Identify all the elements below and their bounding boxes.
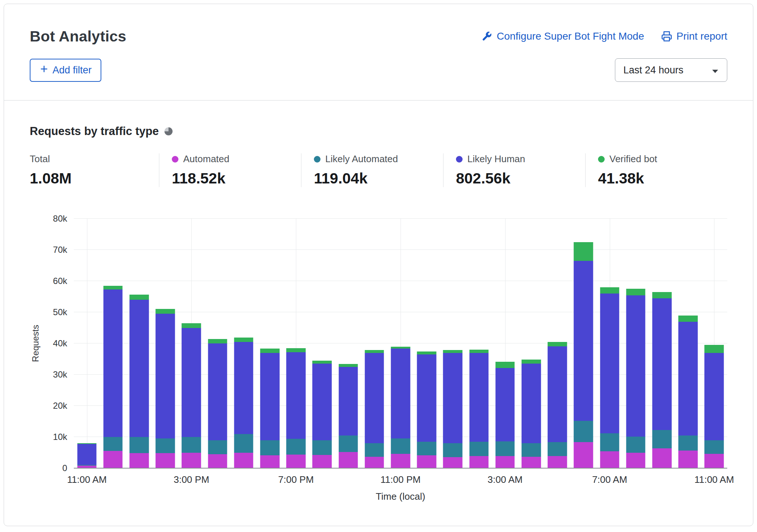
x-tick-label: 11:00 PM <box>380 474 420 485</box>
bar-segment <box>208 343 227 440</box>
chevron-down-icon <box>711 65 719 76</box>
x-tick-label: 11:00 AM <box>67 474 107 485</box>
time-range-value: Last 24 hours <box>623 65 684 76</box>
stacked-bar[interactable] <box>705 219 724 468</box>
stacked-bar[interactable] <box>600 219 619 468</box>
stacked-bar[interactable] <box>260 219 280 468</box>
bar-segment <box>495 368 515 441</box>
bar-segment <box>522 457 541 468</box>
bar-segment <box>626 437 645 453</box>
stacked-bar[interactable] <box>103 219 123 468</box>
printer-icon <box>661 31 672 42</box>
stat-likely-human[interactable]: Likely Human 802.56k <box>443 153 585 187</box>
stat-automated[interactable]: Automated 118.52k <box>159 153 301 187</box>
bar-segment <box>103 286 123 289</box>
bar-segment <box>391 438 410 454</box>
bar-segment <box>286 352 306 439</box>
bar-segment <box>652 430 672 448</box>
stacked-bar[interactable] <box>77 219 97 468</box>
stacked-bar[interactable] <box>338 219 358 468</box>
bar-segment <box>417 455 437 468</box>
bar-segment <box>365 457 384 468</box>
stacked-bar[interactable] <box>417 219 437 468</box>
bar-segment <box>234 342 253 434</box>
bar-segment <box>626 289 645 295</box>
stacked-bar[interactable] <box>443 219 463 468</box>
bot-analytics-card: Bot Analytics Configure Super Bot Fight … <box>4 4 753 526</box>
card-content: Requests by traffic type Total 1.08M Aut… <box>4 125 753 502</box>
add-filter-button[interactable]: Add filter <box>30 59 101 82</box>
bar-segment <box>652 448 672 468</box>
bar-segment <box>365 350 384 353</box>
stacked-bar[interactable] <box>130 219 149 468</box>
page-title: Bot Analytics <box>30 28 126 45</box>
bar-segment <box>522 364 541 443</box>
stacked-bar[interactable] <box>495 219 515 468</box>
bar-segment <box>338 364 358 367</box>
bar-segment <box>626 453 645 468</box>
x-tick-label: 3:00 AM <box>488 474 522 485</box>
stacked-bar[interactable] <box>156 219 175 468</box>
bar-segment <box>234 453 253 468</box>
stacked-bar[interactable] <box>234 219 253 468</box>
stat-verified-bot[interactable]: Verified bot 41.38k <box>585 153 727 187</box>
stacked-bar[interactable] <box>574 219 593 468</box>
stat-likely-automated[interactable]: Likely Automated 119.04k <box>301 153 443 187</box>
configure-super-bot-fight-mode-link[interactable]: Configure Super Bot Fight Mode <box>481 30 644 42</box>
bar-segment <box>626 295 645 437</box>
y-axis-title: Requests <box>30 325 41 362</box>
x-axis-ticks: 11:00 AM3:00 PM7:00 PM11:00 PM3:00 AM7:0… <box>74 474 727 487</box>
bar-segment <box>286 455 306 468</box>
verified-bot-dot <box>598 156 605 163</box>
bar-segment <box>600 287 619 294</box>
likely-human-dot <box>456 156 463 163</box>
bar-segment <box>130 437 149 453</box>
stacked-bar[interactable] <box>208 219 227 468</box>
bar-segment <box>574 421 593 442</box>
bar-segment <box>705 454 724 468</box>
stat-automated-value: 118.52k <box>172 170 301 187</box>
bar-segment <box>600 433 619 451</box>
print-report-link[interactable]: Print report <box>661 30 728 42</box>
bar-segment <box>495 362 515 368</box>
bar-segment <box>469 456 489 468</box>
bar-segment <box>522 360 541 364</box>
stat-verified-bot-label: Verified bot <box>609 153 657 165</box>
stacked-bar[interactable] <box>391 219 410 468</box>
plot-area <box>74 219 727 468</box>
stacked-bar[interactable] <box>626 219 645 468</box>
stacked-bar[interactable] <box>286 219 306 468</box>
bar-segment <box>234 338 253 342</box>
stacked-bar[interactable] <box>548 219 567 468</box>
bar-segment <box>156 314 175 438</box>
pie-chart-icon <box>164 127 173 135</box>
bar-segment <box>260 455 280 468</box>
print-link-label: Print report <box>677 30 728 42</box>
stat-likely-automated-value: 119.04k <box>314 170 443 187</box>
stat-total[interactable]: Total 1.08M <box>30 153 159 187</box>
y-tick-label: 70k <box>53 245 67 255</box>
bar-segment <box>286 348 306 352</box>
stacked-bar[interactable] <box>365 219 384 468</box>
y-tick-label: 20k <box>53 401 67 411</box>
stacked-bar[interactable] <box>678 219 698 468</box>
bar-segment <box>495 456 515 468</box>
bar-segment <box>77 444 97 465</box>
bar-segment <box>548 346 567 442</box>
y-axis-ticks: Requests 010k20k30k40k50k60k70k80k <box>30 219 74 468</box>
x-tick-label: 3:00 PM <box>174 474 209 485</box>
bar-segment <box>234 434 253 453</box>
bar-segment <box>182 328 201 437</box>
stacked-bar[interactable] <box>312 219 332 468</box>
stacked-bar[interactable] <box>182 219 201 468</box>
bar-segment <box>495 441 515 456</box>
card-header: Bot Analytics Configure Super Bot Fight … <box>4 4 753 101</box>
bar-segment <box>103 289 123 437</box>
stacked-bar[interactable] <box>522 219 541 468</box>
stacked-bar[interactable] <box>469 219 489 468</box>
add-filter-label: Add filter <box>52 65 92 76</box>
time-range-select[interactable]: Last 24 hours <box>615 58 727 82</box>
stacked-bar[interactable] <box>652 219 672 468</box>
bar-segment <box>705 345 724 353</box>
stat-verified-bot-value: 41.38k <box>598 170 727 187</box>
